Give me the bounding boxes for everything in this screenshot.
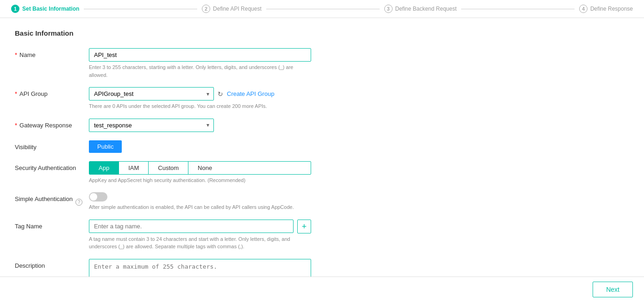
step-3: 3 Define Backend Request: [384, 5, 457, 13]
step-2-label: Define API Request: [213, 6, 262, 12]
name-input[interactable]: [89, 48, 311, 62]
refresh-icon[interactable]: ↻: [218, 90, 223, 98]
gateway-response-select[interactable]: test_response: [89, 119, 214, 132]
auth-none-button[interactable]: None: [188, 162, 221, 174]
tag-name-row: Tag Name + A tag name must contain 3 to …: [15, 220, 629, 251]
description-label: Description: [15, 259, 89, 269]
api-group-row: * API Group APIGroup_test ↻ Create API G…: [15, 87, 629, 110]
toggle-slider: [89, 192, 107, 201]
simple-auth-label: Simple Authentication ?: [15, 192, 89, 206]
stepper: 1 Set Basic Information 2 Define API Req…: [0, 0, 644, 18]
auth-button-group: App IAM Custom None: [89, 161, 311, 175]
tag-name-label: Tag Name: [15, 220, 89, 230]
step-1-circle: 1: [11, 5, 19, 13]
security-auth-label: Security Authentication: [15, 161, 89, 171]
step-2-circle: 2: [202, 5, 210, 13]
simple-auth-toggle[interactable]: [89, 192, 107, 201]
gateway-response-select-wrap: test_response: [89, 119, 214, 132]
api-group-hint: There are 0 APIs under the selected API …: [89, 102, 311, 110]
tag-name-input[interactable]: [89, 220, 294, 233]
visibility-public-button[interactable]: Public: [89, 140, 122, 153]
security-auth-hint: AppKey and AppSecret high security authe…: [89, 176, 311, 184]
step-line-2: [266, 9, 380, 9]
simple-auth-hint: After simple authentication is enabled, …: [89, 203, 311, 211]
step-1: 1 Set Basic Information: [11, 5, 79, 13]
bottom-bar: Next: [0, 277, 644, 302]
step-line-1: [84, 9, 197, 9]
tag-input-wrap: +: [89, 220, 311, 233]
gateway-response-label: * Gateway Response: [15, 119, 89, 129]
tag-hint: A tag name must contain 3 to 24 characte…: [89, 235, 311, 251]
api-group-select[interactable]: APIGroup_test: [89, 87, 214, 101]
tag-name-control: + A tag name must contain 3 to 24 charac…: [89, 220, 311, 251]
step-4-circle: 4: [579, 5, 588, 13]
create-api-group-link[interactable]: Create API Group: [227, 90, 275, 97]
name-control: Enter 3 to 255 characters, starting with…: [89, 48, 311, 79]
gateway-response-control: test_response: [89, 119, 311, 132]
step-line-3: [461, 9, 575, 9]
auth-iam-button[interactable]: IAM: [119, 162, 149, 174]
gateway-response-row: * Gateway Response test_response c: [15, 119, 629, 132]
next-button[interactable]: Next: [593, 282, 633, 297]
step-3-circle: 3: [384, 5, 393, 13]
step-3-label: Define Backend Request: [395, 6, 457, 12]
visibility-label: Visibility: [15, 140, 89, 151]
api-group-control: APIGroup_test ↻ Create API Group There a…: [89, 87, 311, 110]
simple-auth-control: After simple authentication is enabled, …: [89, 192, 311, 211]
name-label: * Name: [15, 48, 89, 58]
step-1-label: Set Basic Information: [22, 6, 79, 12]
page-title: Basic Information: [15, 29, 629, 37]
name-row: * Name Enter 3 to 255 characters, starti…: [15, 48, 629, 79]
auth-app-button[interactable]: App: [89, 162, 119, 174]
page-content: Basic Information * Name Enter 3 to 255 …: [0, 18, 644, 302]
step-4-label: Define Response: [590, 6, 633, 12]
name-hint: Enter 3 to 255 characters, starting with…: [89, 63, 311, 79]
auth-custom-button[interactable]: Custom: [149, 162, 188, 174]
add-tag-button[interactable]: +: [297, 220, 311, 233]
step-2: 2 Define API Request: [202, 5, 262, 13]
api-group-select-wrap: APIGroup_test: [89, 87, 214, 101]
visibility-row: Visibility Public: [15, 140, 629, 153]
visibility-control: Public: [89, 140, 311, 153]
simple-auth-help-icon[interactable]: ?: [75, 199, 82, 206]
security-auth-row: Security Authentication App IAM Custom N…: [15, 161, 629, 184]
simple-auth-toggle-wrap: [89, 192, 311, 201]
step-4: 4 Define Response: [579, 5, 633, 13]
simple-auth-row: Simple Authentication ? After simple aut…: [15, 192, 629, 211]
security-auth-control: App IAM Custom None AppKey and AppSecret…: [89, 161, 311, 184]
api-group-label: * API Group: [15, 87, 89, 97]
